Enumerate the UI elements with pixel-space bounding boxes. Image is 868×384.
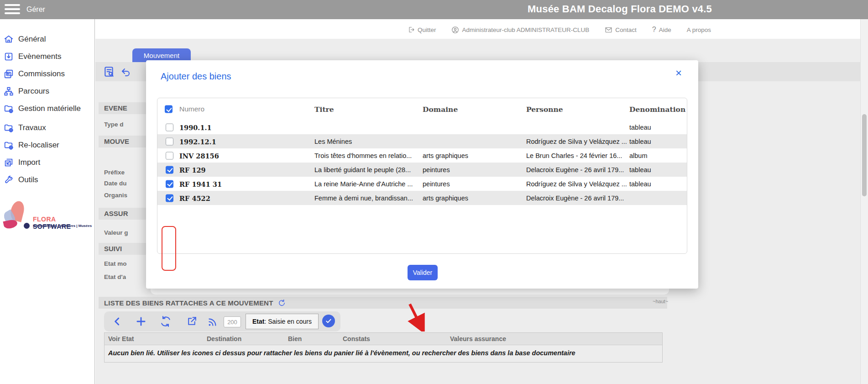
col-numero: Numero (179, 105, 204, 113)
table-row[interactable]: RF 1941 31 La reine Marie-Anne d'Autrich… (157, 177, 687, 191)
col-domaine: Domaine (423, 105, 458, 114)
folder-globe-icon (4, 123, 14, 133)
col-titre: Titre (314, 105, 334, 114)
sidebar-item-label: Général (18, 35, 46, 44)
question-icon: ? (652, 26, 656, 34)
cell-denomination: tableau (629, 180, 651, 188)
app-title: Musée BAM Decalog Flora DEMO v4.5 (528, 3, 712, 15)
aide-link[interactable]: ? Aide (652, 26, 671, 34)
sidebar-item-evenements[interactable]: Evènements (4, 49, 62, 64)
user-label: Administrateur-club ADMINISTRATEUR-CLUB (462, 26, 589, 33)
tray-arrow-icon (4, 52, 14, 62)
selection-table-header: Numero Titre Domaine Personne Denominati… (157, 98, 687, 120)
annotation-red-rectangle (162, 226, 176, 271)
quitter-link[interactable]: Quitter (408, 26, 436, 33)
valider-button[interactable]: Valider (408, 265, 438, 280)
app-section-label: Gérer (26, 0, 45, 19)
vertical-scrollbar[interactable] (860, 19, 868, 384)
sidebar-item-import[interactable]: Import (4, 155, 40, 170)
folder-globe-icon (4, 104, 14, 114)
section-evenement: EVENE (104, 104, 127, 112)
biens-selection-table: Numero Titre Domaine Personne Denominati… (157, 98, 687, 254)
row-checkbox[interactable] (166, 194, 173, 202)
external-link-icon[interactable] (186, 316, 198, 329)
col-valeurs-assurance: Valeurs assurance (450, 335, 506, 342)
table-row[interactable]: RF 4522 Femme à demi nue, brandissan... … (157, 191, 687, 205)
row-checkbox[interactable] (166, 152, 173, 159)
col-voir-etat: Voir Etat (108, 335, 134, 342)
col-denomination: Denomination (629, 105, 685, 114)
cell-denomination: tableau (629, 138, 651, 145)
confirm-etat-button[interactable] (322, 315, 335, 327)
cell-numero: RF 129 (179, 166, 206, 174)
sync-icon[interactable] (160, 316, 172, 329)
haut-link[interactable]: ~haut~ (653, 299, 668, 304)
cell-denomination: tableau (629, 166, 651, 174)
cell-numero: 1992.12.1 (179, 137, 216, 145)
flora-software-logo: FLORA SOFTWARE Bibliothèques | Archives … (3, 201, 94, 242)
folder-globe-icon (4, 140, 14, 150)
row-checkbox[interactable] (166, 123, 173, 131)
field-label: Etat mo (104, 260, 127, 267)
row-checkbox[interactable] (166, 180, 173, 188)
app-window: Gérer Musée BAM Decalog Flora DEMO v4.5 … (0, 0, 868, 384)
section-suivi: SUIVI (104, 245, 122, 252)
apropos-label: A propos (687, 26, 711, 33)
select-all-checkbox[interactable] (165, 105, 173, 113)
contact-link[interactable]: Contact (605, 26, 637, 34)
sidebar-item-general[interactable]: Général (4, 32, 46, 47)
field-label: Préfixe (104, 169, 125, 176)
table-row[interactable]: RF 129 La liberté guidant le peuple (28.… (157, 163, 687, 177)
sidebar-item-gestion-materielle[interactable]: Gestion matérielle (4, 101, 81, 116)
sidebar-item-label: Re-localiser (18, 141, 59, 150)
cell-numero: RF 4522 (179, 194, 210, 202)
col-bien: Bien (288, 335, 302, 342)
chevron-left-icon[interactable] (111, 316, 123, 329)
table-row[interactable]: INV 28156 Trois têtes d'hommes en relati… (157, 148, 687, 163)
sidebar-item-label: Gestion matérielle (18, 104, 81, 113)
undo-arrow-icon[interactable] (120, 67, 131, 79)
hamburger-menu-icon[interactable] (5, 4, 21, 15)
count-input[interactable] (224, 316, 241, 327)
wrench-icon (4, 175, 14, 185)
table-row[interactable]: 1992.12.1 Les Ménines Rodríguez de Silva… (157, 134, 687, 148)
list-search-icon[interactable] (103, 66, 115, 79)
scrollbar-thumb[interactable] (862, 114, 867, 196)
col-destination: Destination (207, 335, 241, 342)
user-account[interactable]: Administrateur-club ADMINISTRATEUR-CLUB (451, 26, 589, 34)
sidebar-item-relocaliser[interactable]: Re-localiser (4, 138, 59, 153)
row-checkbox[interactable] (166, 137, 173, 145)
user-links-bar: Quitter Administrateur-club ADMINISTRATE… (408, 26, 711, 34)
cell-personne: Delacroix Eugène - 26 avril 179... (526, 166, 624, 174)
quitter-label: Quitter (418, 26, 436, 33)
row-checkbox[interactable] (166, 166, 173, 174)
sidebar-item-label: Travaux (18, 123, 46, 132)
biens-toolbar: Etat : Saisie en cours (104, 311, 340, 331)
cell-numero: RF 1941 31 (179, 180, 222, 188)
apropos-link[interactable]: A propos (687, 26, 711, 33)
sitemap-icon (4, 86, 14, 96)
field-label: Organis (104, 192, 127, 199)
broadcast-icon[interactable] (207, 316, 219, 329)
sidebar-item-outils[interactable]: Outils (4, 173, 38, 187)
col-constats: Constats (343, 335, 370, 342)
user-icon (451, 26, 459, 34)
aide-label: Aide (659, 26, 671, 33)
table-row[interactable]: 1990.1.1 tableau (157, 120, 687, 134)
sidebar-item-travaux[interactable]: Travaux (4, 121, 46, 135)
col-personne: Personne (526, 105, 563, 114)
cell-personne: Rodríguez de Silva y Velázquez ... (526, 180, 627, 188)
sidebar-item-label: Parcours (18, 87, 49, 96)
logo-wordmark: FLORA SOFTWARE (33, 216, 94, 230)
envelope-icon (605, 26, 612, 34)
etat-chip: Etat : Saisie en cours (246, 314, 319, 329)
add-bien-icon[interactable] (135, 316, 147, 329)
sidebar-item-commissions[interactable]: Commissions (4, 67, 65, 81)
sidebar-item-parcours[interactable]: Parcours (4, 84, 49, 99)
exit-icon (408, 26, 415, 33)
biens-table: Voir Etat Destination Bien Constats Vale… (104, 332, 663, 363)
close-icon[interactable]: × (675, 68, 682, 79)
empty-table-message: Aucun bien lié. Utiliser les icones ci d… (105, 345, 662, 362)
cell-denomination: album (629, 152, 648, 159)
refresh-icon[interactable] (278, 299, 286, 307)
